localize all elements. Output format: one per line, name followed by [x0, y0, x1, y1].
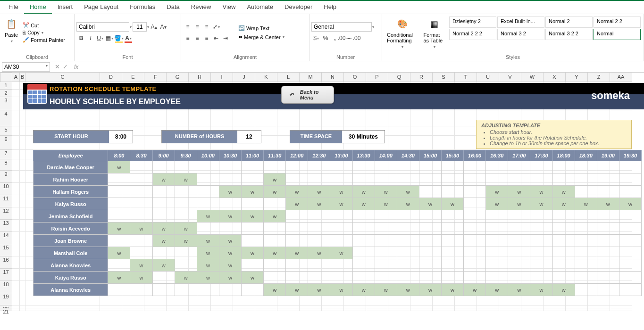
schedule-cell[interactable]	[197, 284, 219, 296]
schedule-cell[interactable]	[419, 161, 441, 173]
schedule-cell[interactable]: w	[175, 235, 197, 247]
align-top-button[interactable]: ≡	[183, 22, 192, 32]
schedule-cell[interactable]: w	[152, 235, 175, 247]
schedule-cell[interactable]	[597, 161, 619, 173]
row-header[interactable]: 9	[0, 171, 12, 183]
schedule-cell[interactable]	[130, 247, 152, 259]
schedule-cell[interactable]	[330, 235, 352, 247]
schedule-cell[interactable]	[508, 272, 530, 284]
schedule-cell[interactable]	[375, 272, 397, 284]
schedule-cell[interactable]	[552, 247, 575, 259]
schedule-cell[interactable]	[242, 173, 264, 186]
schedule-cell[interactable]	[530, 272, 552, 284]
schedule-cell[interactable]	[397, 223, 419, 235]
column-header[interactable]: L	[277, 73, 300, 82]
schedule-cell[interactable]: w	[308, 186, 330, 198]
schedule-cell[interactable]	[286, 272, 308, 284]
schedule-cell[interactable]: w	[397, 186, 419, 198]
schedule-cell[interactable]	[597, 247, 619, 259]
schedule-cell[interactable]: w	[575, 198, 597, 210]
shrink-font-button[interactable]: A▾	[159, 22, 168, 32]
schedule-cell[interactable]: w	[219, 186, 241, 198]
style-cell[interactable]: Dziesiętny 2	[449, 16, 496, 28]
schedule-cell[interactable]	[575, 173, 597, 186]
schedule-cell[interactable]	[197, 161, 219, 173]
schedule-cell[interactable]	[486, 247, 508, 259]
schedule-cell[interactable]	[486, 173, 508, 186]
column-header[interactable]: Y	[566, 73, 588, 82]
schedule-cell[interactable]	[375, 235, 397, 247]
underline-button[interactable]: U ▾	[95, 33, 105, 43]
schedule-cell[interactable]	[308, 173, 330, 186]
num-hours-input[interactable]: 12	[237, 131, 261, 143]
schedule-cell[interactable]	[464, 173, 486, 186]
schedule-cell[interactable]	[130, 186, 152, 198]
schedule-cell[interactable]: w	[352, 186, 375, 198]
schedule-cell[interactable]	[552, 259, 575, 272]
schedule-cell[interactable]	[352, 259, 375, 272]
schedule-cell[interactable]	[552, 210, 575, 223]
align-bottom-button[interactable]: ≡	[202, 22, 211, 32]
schedule-cell[interactable]	[352, 210, 375, 223]
schedule-cell[interactable]	[108, 210, 130, 223]
schedule-cell[interactable]	[330, 173, 352, 186]
column-header[interactable]: K	[255, 73, 277, 82]
style-cell[interactable]: Normal	[594, 29, 641, 40]
schedule-cell[interactable]	[619, 247, 641, 259]
schedule-cell[interactable]: w	[108, 161, 130, 173]
schedule-cell[interactable]	[264, 272, 286, 284]
schedule-cell[interactable]	[508, 259, 530, 272]
menu-item-help[interactable]: Help	[318, 1, 342, 14]
schedule-cell[interactable]: w	[175, 272, 197, 284]
row-header[interactable]: 3	[0, 97, 12, 110]
schedule-cell[interactable]	[486, 259, 508, 272]
schedule-cell[interactable]: w	[375, 198, 397, 210]
schedule-cell[interactable]: w	[330, 247, 352, 259]
schedule-cell[interactable]	[375, 247, 397, 259]
table-row[interactable]: Darcie-Mae Cooperw	[33, 161, 642, 173]
row-header[interactable]: 7	[0, 150, 12, 159]
column-header[interactable]: S	[433, 73, 455, 82]
schedule-cell[interactable]	[530, 247, 552, 259]
schedule-cell[interactable]	[464, 161, 486, 173]
bold-button[interactable]: B	[76, 33, 86, 43]
paste-button[interactable]: 📋 Paste▾	[2, 16, 21, 45]
column-headers[interactable]: ABCDEFGHIJKLMNOPQRSTUVWXYZAA	[12, 73, 632, 82]
schedule-cell[interactable]: w	[152, 223, 175, 235]
column-header[interactable]: P	[366, 73, 388, 82]
schedule-cell[interactable]	[530, 173, 552, 186]
column-header[interactable]: Z	[588, 73, 610, 82]
schedule-cell[interactable]	[597, 235, 619, 247]
schedule-cell[interactable]	[397, 235, 419, 247]
schedule-cell[interactable]	[530, 259, 552, 272]
schedule-cell[interactable]	[442, 247, 464, 259]
schedule-cell[interactable]	[130, 198, 152, 210]
schedule-cell[interactable]: w	[330, 284, 352, 296]
schedule-cell[interactable]: w	[219, 210, 241, 223]
schedule-cell[interactable]	[552, 272, 575, 284]
schedule-cell[interactable]	[575, 223, 597, 235]
menu-item-developer[interactable]: Developer	[279, 1, 318, 14]
schedule-cell[interactable]	[242, 284, 264, 296]
schedule-cell[interactable]	[352, 173, 375, 186]
schedule-cell[interactable]: w	[530, 186, 552, 198]
style-cell[interactable]: Normal 2	[545, 16, 593, 28]
schedule-cell[interactable]	[442, 161, 464, 173]
worksheet[interactable]: ABCDEFGHIJKLMNOPQRSTUVWXYZAA 12345678910…	[0, 73, 644, 330]
schedule-cell[interactable]: w	[264, 173, 286, 186]
schedule-cell[interactable]	[375, 259, 397, 272]
schedule-cell[interactable]: w	[464, 284, 486, 296]
schedule-cell[interactable]: w	[508, 186, 530, 198]
column-header[interactable]: W	[521, 73, 544, 82]
cut-button[interactable]: ✂️ Cut	[21, 22, 67, 29]
schedule-cell[interactable]	[419, 259, 441, 272]
schedule-cell[interactable]: w	[264, 284, 286, 296]
schedule-cell[interactable]: w	[486, 186, 508, 198]
schedule-cell[interactable]	[108, 235, 130, 247]
schedule-cell[interactable]: w	[486, 284, 508, 296]
schedule-cell[interactable]	[419, 247, 441, 259]
menu-item-page-layout[interactable]: Page Layout	[78, 1, 124, 14]
schedule-cell[interactable]	[575, 161, 597, 173]
schedule-cell[interactable]	[464, 272, 486, 284]
schedule-cell[interactable]	[597, 210, 619, 223]
